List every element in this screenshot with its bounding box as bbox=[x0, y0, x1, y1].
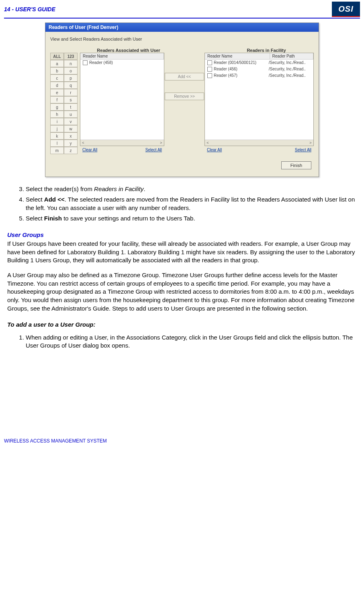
remove-button[interactable]: Remove >> bbox=[165, 93, 204, 100]
alpha-cell[interactable]: m bbox=[50, 147, 64, 154]
alpha-cell[interactable]: q bbox=[64, 82, 78, 89]
right-scrollbar[interactable]: < > bbox=[205, 140, 313, 146]
right-col-reader-name: Reader Name bbox=[205, 53, 270, 59]
add-button[interactable]: Add << bbox=[165, 73, 204, 80]
alpha-cell[interactable]: c bbox=[50, 74, 64, 82]
alpha-123[interactable]: 123 bbox=[64, 53, 78, 60]
list-item[interactable]: Reader (456)/Security, Inc./Read.. bbox=[205, 66, 313, 72]
list-item: Select the reader(s) from Readers in Fac… bbox=[26, 185, 357, 193]
right-col-reader-path: Reader Path bbox=[270, 53, 314, 59]
alpha-cell[interactable]: e bbox=[50, 89, 64, 96]
readers-dialog: Readers of User (Fred Denver) View and S… bbox=[45, 23, 319, 177]
alpha-cell[interactable]: x bbox=[64, 132, 78, 140]
alpha-cell[interactable]: s bbox=[64, 96, 78, 103]
left-clear-all-link[interactable]: Clear All bbox=[82, 148, 97, 152]
alpha-cell[interactable]: n bbox=[64, 60, 78, 67]
left-col-reader-name: Reader Name bbox=[80, 53, 164, 59]
instruction-list-a: Select the reader(s) from Readers in Fac… bbox=[18, 185, 357, 222]
list-item: When adding or editing a User, in the As… bbox=[26, 333, 357, 350]
user-groups-p2: A User Group may also be defined as a Ti… bbox=[7, 271, 357, 313]
page-number: 14 - bbox=[4, 6, 15, 12]
alpha-cell[interactable]: i bbox=[50, 118, 64, 125]
alpha-cell[interactable]: p bbox=[64, 74, 78, 82]
left-panel-header: Readers Associated with User bbox=[86, 48, 171, 53]
page-footer: WIRELESS ACCESS MANAGEMENT SYSTEM bbox=[0, 438, 364, 449]
alpha-cell[interactable]: g bbox=[50, 103, 64, 111]
user-groups-p1: If User Groups have been created for you… bbox=[7, 240, 357, 265]
alpha-cell[interactable]: t bbox=[64, 103, 78, 111]
alpha-cell[interactable]: d bbox=[50, 82, 64, 89]
scroll-right-icon[interactable]: > bbox=[158, 140, 164, 146]
finish-button[interactable]: Finish bbox=[281, 161, 311, 169]
alpha-cell[interactable]: b bbox=[50, 67, 64, 74]
guide-title: USER'S GUIDE bbox=[15, 6, 55, 12]
list-item: Select Finish to save your settings and … bbox=[26, 214, 357, 222]
right-clear-all-link[interactable]: Clear All bbox=[207, 148, 222, 152]
alpha-cell[interactable]: y bbox=[64, 140, 78, 147]
checkbox-icon[interactable] bbox=[207, 73, 212, 78]
alpha-cell[interactable]: l bbox=[50, 140, 64, 147]
instruction-list-b: When adding or editing a User, in the As… bbox=[18, 333, 357, 350]
right-panel-header: Readers in Facility bbox=[219, 48, 314, 53]
left-select-all-link[interactable]: Select All bbox=[145, 148, 162, 152]
brand-logo: OSI bbox=[332, 2, 360, 17]
list-item[interactable]: Reader (458) bbox=[80, 60, 164, 66]
user-groups-heading: User Groups bbox=[7, 231, 357, 238]
alpha-cell[interactable]: z bbox=[64, 147, 78, 154]
checkbox-icon[interactable] bbox=[207, 67, 212, 72]
checkbox-icon[interactable] bbox=[207, 60, 212, 65]
dialog-subtitle: View and Select Readers Associated with … bbox=[50, 37, 314, 41]
alpha-cell[interactable]: u bbox=[64, 111, 78, 118]
scroll-right-icon[interactable]: > bbox=[308, 140, 313, 146]
scroll-left-icon[interactable]: < bbox=[205, 140, 211, 146]
alpha-filter[interactable]: ALL 123 anbocpdqerfsgthuivjwkxlymz bbox=[50, 53, 78, 154]
header-divider bbox=[4, 18, 360, 19]
left-scrollbar[interactable]: < > bbox=[80, 140, 164, 146]
add-user-heading: To add a user to a User Group: bbox=[7, 321, 357, 328]
right-select-all-link[interactable]: Select All bbox=[295, 148, 311, 152]
alpha-cell[interactable]: h bbox=[50, 111, 64, 118]
alpha-cell[interactable]: r bbox=[64, 89, 78, 96]
list-item[interactable]: Reader (457)/Security, Inc./Read.. bbox=[205, 72, 313, 79]
alpha-cell[interactable]: k bbox=[50, 132, 64, 140]
checkbox-icon[interactable] bbox=[83, 60, 88, 65]
list-item[interactable]: Reader (0014/5000121)/Security, Inc./Rea… bbox=[205, 60, 313, 66]
list-item: Select Add <<. The selected readers are … bbox=[26, 196, 357, 212]
alpha-cell[interactable]: v bbox=[64, 118, 78, 125]
alpha-cell[interactable]: o bbox=[64, 67, 78, 74]
dialog-titlebar[interactable]: Readers of User (Fred Denver) bbox=[45, 23, 319, 32]
scroll-left-icon[interactable]: < bbox=[80, 140, 86, 146]
alpha-cell[interactable]: w bbox=[64, 125, 78, 132]
page-header: 14 - USER'S GUIDE bbox=[4, 6, 55, 12]
alpha-cell[interactable]: j bbox=[50, 125, 64, 132]
alpha-all[interactable]: ALL bbox=[50, 53, 64, 60]
alpha-cell[interactable]: f bbox=[50, 96, 64, 103]
associated-readers-list[interactable]: Reader Name Reader (458) < > bbox=[80, 53, 164, 146]
facility-readers-list[interactable]: Reader Name Reader Path Reader (0014/500… bbox=[204, 53, 314, 146]
alpha-cell[interactable]: a bbox=[50, 60, 64, 67]
